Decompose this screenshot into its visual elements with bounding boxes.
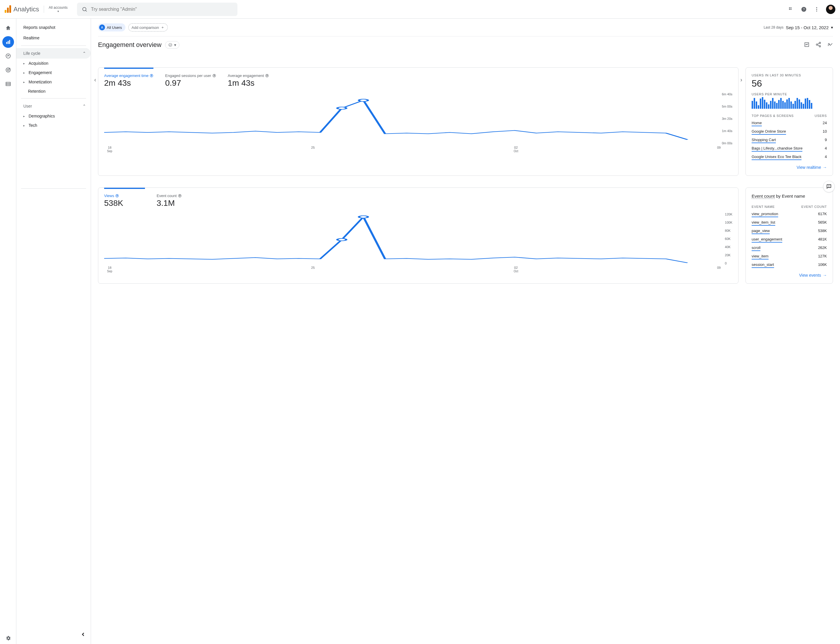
comparison-bar: A All Users Add comparison ＋ Last 28 day…	[98, 19, 833, 36]
table-row[interactable]: scroll262K	[752, 244, 827, 253]
views-line-chart	[104, 212, 732, 265]
sidebar-item-realtime[interactable]: Realtime	[16, 33, 91, 43]
caret-right-icon: ▸	[23, 124, 26, 127]
sidebar-item-engagement[interactable]: ▸Engagement	[16, 68, 91, 77]
avatar[interactable]	[826, 5, 835, 14]
collapse-sidebar-icon[interactable]	[80, 631, 86, 638]
account-selector[interactable]: All accounts ▾	[44, 5, 68, 13]
customize-report-button[interactable]: ▾	[165, 41, 180, 49]
edit-report-icon[interactable]	[804, 42, 810, 48]
svg-rect-4	[789, 9, 790, 10]
svg-point-9	[816, 9, 817, 10]
sidebar-section-lifecycle[interactable]: Life cycle ⌃	[16, 48, 91, 59]
svg-line-1	[86, 10, 87, 12]
sidebar-item-tech[interactable]: ▸Tech	[16, 121, 91, 130]
caret-right-icon: ▸	[23, 71, 26, 74]
more-vert-icon[interactable]	[813, 6, 820, 13]
info-icon: ?	[115, 194, 119, 198]
table-row[interactable]: Google Unisex Eco Tee Black4	[752, 153, 827, 161]
analytics-logo-icon	[5, 6, 11, 13]
svg-rect-13	[9, 40, 10, 44]
metric-tab[interactable]: Views ?538K	[104, 188, 145, 208]
info-icon: ?	[265, 74, 269, 77]
table-row[interactable]: view_item_list565K	[752, 219, 827, 227]
svg-point-8	[816, 7, 817, 8]
table-row[interactable]: Google Online Store10	[752, 128, 827, 136]
header-actions: ?	[787, 5, 835, 14]
svg-point-40	[337, 238, 346, 241]
share-icon[interactable]	[815, 42, 821, 48]
svg-text:?: ?	[214, 75, 215, 77]
prev-metric-icon[interactable]: ‹	[94, 76, 96, 83]
svg-point-34	[337, 107, 346, 109]
apps-icon[interactable]	[787, 6, 794, 13]
svg-line-26	[817, 43, 819, 44]
feedback-button[interactable]	[823, 181, 835, 192]
sidebar-section-user[interactable]: User ⌃	[16, 101, 91, 112]
sidebar-item-monetization[interactable]: ▸Monetization	[16, 77, 91, 87]
metric-tab[interactable]: Event count ?3.1M	[156, 194, 198, 208]
info-icon: ?	[150, 74, 153, 77]
insights-icon[interactable]	[827, 42, 833, 48]
rail-explore-icon[interactable]	[2, 50, 14, 62]
account-label: All accounts	[49, 5, 68, 10]
svg-point-24	[816, 44, 818, 45]
sidebar-item-snapshot[interactable]: Reports snapshot	[16, 22, 91, 33]
product-name: Analytics	[13, 5, 39, 13]
info-icon: ?	[178, 194, 182, 198]
realtime-title: USERS IN LAST 30 MINUTES	[752, 74, 827, 77]
table-row[interactable]: Bags | Lifesty...chandise Store4	[752, 145, 827, 153]
svg-rect-2	[789, 7, 790, 8]
feedback-icon	[826, 184, 832, 189]
rail-advertising-icon[interactable]	[2, 64, 14, 76]
page-title: Engagement overview	[98, 41, 161, 49]
main-content: A All Users Add comparison ＋ Last 28 day…	[91, 19, 840, 644]
svg-point-43	[829, 187, 829, 187]
svg-rect-3	[791, 7, 791, 8]
app-header: Analytics All accounts ▾ ?	[0, 0, 840, 19]
metric-tab[interactable]: Average engagement time ?2m 43s	[104, 67, 153, 88]
upm-label: USERS PER MINUTE	[752, 92, 827, 96]
view-events-link[interactable]: View events →	[752, 273, 827, 278]
rail-reports-icon[interactable]	[2, 36, 14, 48]
add-comparison-button[interactable]: Add comparison ＋	[128, 23, 168, 31]
svg-text:?: ?	[151, 75, 152, 77]
table-row[interactable]: session_start106K	[752, 261, 827, 269]
svg-rect-12	[8, 41, 8, 44]
sidebar-item-demographics[interactable]: ▸Demographics	[16, 112, 91, 121]
table-row[interactable]: user_engagement481K	[752, 236, 827, 244]
svg-point-10	[816, 10, 817, 12]
next-metric-icon[interactable]: ›	[740, 76, 742, 83]
check-circle-icon	[168, 43, 172, 47]
search-bar[interactable]	[77, 3, 237, 16]
sidebar-item-acquisition[interactable]: ▸Acquisition	[16, 59, 91, 68]
events-title-metric: Event count	[752, 194, 775, 199]
rail-home-icon[interactable]	[2, 22, 14, 34]
search-input[interactable]	[91, 7, 233, 12]
table-row[interactable]: view_item127K	[752, 253, 827, 261]
chevron-up-icon: ⌃	[82, 104, 86, 108]
svg-point-35	[359, 99, 368, 102]
plus-icon: ＋	[161, 25, 165, 30]
table-row[interactable]: view_promotion617K	[752, 210, 827, 219]
help-icon[interactable]: ?	[800, 6, 807, 13]
table-row[interactable]: Home24	[752, 119, 827, 128]
rail-admin-icon[interactable]	[2, 632, 14, 644]
table-row[interactable]: Shopping Cart9	[752, 136, 827, 145]
chevron-down-icon: ▾	[58, 10, 59, 13]
engagement-line-chart	[104, 92, 732, 145]
table-row[interactable]: page_view538K	[752, 227, 827, 236]
view-realtime-link[interactable]: View realtime →	[752, 165, 827, 170]
metric-tab[interactable]: Engaged sessions per user ?0.97	[165, 74, 216, 88]
caret-right-icon: ▸	[23, 62, 26, 65]
metric-tab[interactable]: Average engagement ?1m 43s	[228, 74, 269, 88]
rail-configure-icon[interactable]	[2, 78, 14, 90]
svg-point-21	[169, 43, 172, 47]
views-chart-card: Views ?538KEvent count ?3.1M 120K100K80K…	[98, 187, 738, 284]
segment-chip-all-users[interactable]: A All Users	[98, 23, 125, 31]
date-range-picker[interactable]: Last 28 days Sep 15 - Oct 12, 2022 ▾	[764, 25, 833, 30]
svg-text:?: ?	[266, 75, 267, 77]
sidebar-item-retention[interactable]: Retention	[16, 87, 91, 96]
segment-badge: A	[99, 25, 105, 30]
svg-point-0	[82, 7, 86, 11]
